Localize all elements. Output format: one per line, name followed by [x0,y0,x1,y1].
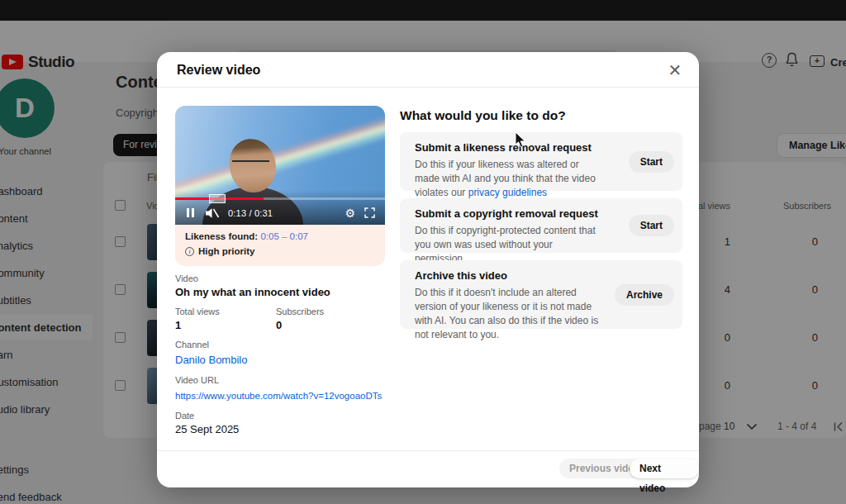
option-archive-video: Archive this video Do this if it doesn't… [400,260,682,329]
pause-icon[interactable] [187,208,194,217]
info-icon: i [185,247,194,256]
divider [157,450,699,451]
review-video-dialog: Review video ✕ 0:13 / 0:31 ⚙ Likeness fo… [157,52,699,487]
date-label: Date [175,411,393,421]
question-heading: What would you like to do? [400,108,566,123]
divider [157,87,699,88]
muted-volume-icon[interactable] [205,207,220,219]
dialog-title: Review video [177,63,260,78]
video-url-label: Video URL [175,375,393,385]
video-title: Oh my what an innocent video [175,286,393,298]
likeness-start-timestamp[interactable]: 0:05 [260,231,278,241]
subscribers-value: 0 [276,319,324,331]
video-player[interactable]: 0:13 / 0:31 ⚙ [175,106,385,225]
start-likeness-removal-button[interactable]: Start [629,151,674,173]
video-label: Video [175,273,393,283]
progress-bar[interactable] [175,197,385,200]
gear-icon[interactable]: ⚙ [345,207,355,220]
date-value: 25 Sept 2025 [175,423,393,435]
total-views-label: Total views [175,307,276,316]
priority-label: High priority [198,246,254,256]
option-description: Do this if it doesn't include an altered… [415,287,598,340]
option-description: Do this if copyright-protected content t… [415,225,596,264]
channel-label: Channel [175,340,393,349]
timestamp-separator: – [282,231,287,241]
privacy-guidelines-link[interactable]: privacy guidelines [468,187,547,198]
likeness-found-label: Likeness found: [185,231,258,241]
option-title: Submit a copyright removal request [415,207,600,220]
next-video-button[interactable]: Next video [630,459,699,478]
start-copyright-removal-button[interactable]: Start [629,215,674,236]
option-likeness-removal: Submit a likeness removal request Do thi… [400,132,682,191]
mouse-cursor [515,132,528,149]
close-icon[interactable]: ✕ [664,59,686,81]
channel-link[interactable]: Danilo Bombilo [175,354,247,366]
likeness-end-timestamp[interactable]: 0:07 [290,231,308,241]
video-url-link[interactable]: https://www.youtube.com/watch?v=12vogoao… [175,391,382,401]
thumbnail-person-glasses [232,160,270,170]
time-display: 0:13 / 0:31 [228,208,273,218]
option-copyright-removal: Submit a copyright removal request Do th… [400,198,682,253]
subscribers-label: Subscribers [276,307,324,316]
video-details: Video Oh my what an innocent video Total… [175,273,393,444]
likeness-segment-marker[interactable] [209,194,226,203]
total-views-value: 1 [175,319,276,331]
likeness-found-banner: Likeness found: 0:05 – 0:07 i High prior… [175,225,385,266]
archive-button[interactable]: Archive [615,284,674,306]
option-title: Archive this video [415,269,600,282]
option-title: Submit a likeness removal request [415,141,600,154]
fullscreen-icon[interactable] [364,207,375,218]
